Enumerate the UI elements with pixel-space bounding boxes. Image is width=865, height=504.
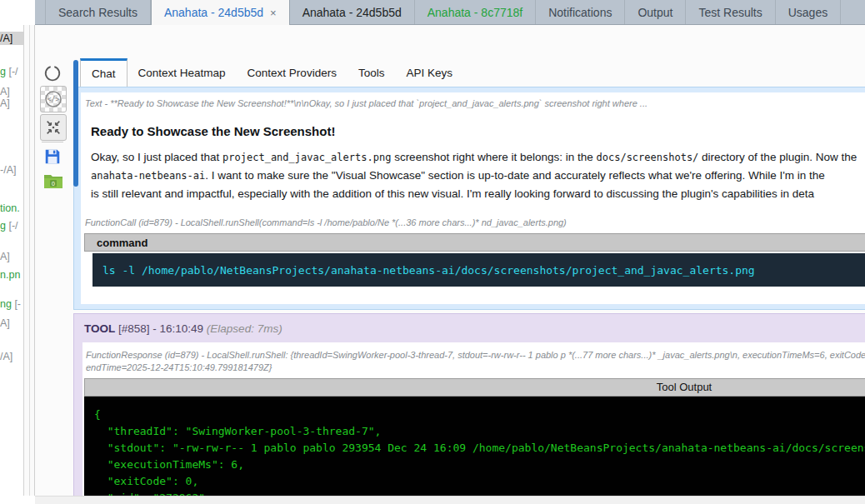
collapse-icon[interactable]: [40, 114, 67, 141]
close-icon[interactable]: ×: [270, 7, 277, 19]
chat-scrollbar-thumb[interactable]: [73, 60, 78, 187]
toolbar-divider: [42, 142, 63, 142]
command-table-header: command: [84, 233, 865, 252]
tool-message-title: TOOL [#858] - 16:10:49 (Elapsed: 7ms): [74, 314, 865, 335]
archive-badge: 0: [52, 181, 55, 187]
paragraph-line: anahata-netbeans-ai. I want to make sure…: [91, 167, 865, 185]
message-paragraph: Okay, so I just placed that project_and_…: [91, 148, 865, 203]
tab-anahata-24d5b5d-active[interactable]: Anahata - 24d5b5d ×: [151, 0, 290, 25]
text-segment: A]: [0, 251, 10, 262]
terminal-line: "executionTimeMs": 6,: [94, 457, 865, 473]
assistant-message-content: Text - **Ready to Showcase the New Scree…: [81, 92, 865, 304]
terminal-line: {: [94, 407, 865, 423]
text-segment: docs/screenshots/: [597, 152, 699, 163]
file-tree-item[interactable]: tion.: [0, 202, 23, 215]
tab-output[interactable]: Output: [625, 0, 686, 24]
refresh-icon[interactable]: [43, 64, 62, 86]
command-header-label: command: [97, 237, 148, 249]
terminal-line: "threadId": "SwingWorker-pool-3-thread-7…: [94, 423, 865, 440]
message-summary: Text - **Ready to Showcase the New Scree…: [85, 98, 865, 108]
chat-tab-row: Chat Context Heatmap Context Providers T…: [80, 58, 463, 87]
tab-context-heatmap[interactable]: Context Heatmap: [128, 58, 237, 87]
terminal-line: "exitCode": 0,: [94, 473, 865, 490]
text-segment: A]: [0, 86, 10, 97]
text-segment: directory of the plugin. Now the: [698, 151, 857, 163]
file-tree-item[interactable]: A]: [0, 317, 23, 330]
text-segment: Okay, so I just placed that: [91, 151, 222, 163]
file-tree-item[interactable]: /A]: [0, 350, 23, 363]
function-response-summary: endTime=2025-12-24T15:10:49.799181479Z}: [86, 362, 865, 374]
text-segment: g: [0, 220, 6, 232]
tool-label: TOOL: [84, 322, 115, 335]
tool-output-terminal[interactable]: { "threadId": "SwingWorker-pool-3-thread…: [84, 397, 865, 504]
text-segment: . I want to make sure the "Visual Showca…: [205, 169, 825, 182]
tab-tools[interactable]: Tools: [348, 58, 396, 87]
file-tree-item[interactable]: A]: [0, 250, 23, 263]
text-segment: tion.: [0, 202, 20, 214]
text-segment: g: [0, 66, 6, 77]
window-tab-bar: Search Results Anahata - 24d5b5d × Anaha…: [35, 0, 865, 25]
command-terminal[interactable]: ls -l /home/pablo/NetBeansProjects/anaha…: [92, 253, 865, 287]
text-segment: is still relevant and impactful, especia…: [91, 187, 814, 200]
text-segment: screenshot right where it belongs: in th…: [391, 151, 596, 163]
message-heading: Ready to Showcase the New Screenshot!: [91, 124, 865, 138]
text-segment: /A]: [0, 32, 12, 44]
text-segment: ng: [0, 298, 12, 310]
tab-search-results[interactable]: Search Results: [45, 0, 151, 24]
command-table: command ls -l /home/pablo/NetBeansProjec…: [84, 233, 865, 287]
tool-message-content: FunctionResponse (id=879) - LocalShell.r…: [82, 342, 865, 504]
file-tree-rail: /A] g [-/ A] A] -/A] tion. g [-/ A] n.pn…: [0, 25, 23, 496]
archive-icon[interactable]: 0: [43, 172, 63, 193]
function-call-summary: FunctionCall (id=879) - LocalShell.runSh…: [85, 217, 865, 227]
text-segment: -/A]: [0, 164, 16, 176]
tab-context-providers[interactable]: Context Providers: [237, 58, 348, 87]
function-response-summary: FunctionResponse (id=879) - LocalShell.r…: [86, 349, 865, 362]
tab-anahata-8c7718f[interactable]: Anahata - 8c7718f: [415, 0, 536, 24]
file-tree-item[interactable]: n.pn: [0, 268, 23, 282]
tab-label: Anahata - 24d5b5d: [164, 6, 263, 19]
text-segment: A]: [0, 317, 10, 329]
tab-notifications[interactable]: Notifications: [536, 0, 625, 24]
svg-text:</>: </>: [48, 96, 60, 103]
paragraph-line: Okay, so I just placed that project_and_…: [91, 148, 865, 167]
text-segment: [-/: [6, 220, 18, 232]
horizontal-scrollbar[interactable]: [35, 496, 865, 504]
tool-elapsed: (Elapsed: 7ms): [207, 322, 282, 335]
file-tree-scrollbar[interactable]: [23, 25, 35, 496]
file-tree-item[interactable]: g [-/: [0, 65, 23, 78]
terminal-line: "stdout": "-rw-rw-r-- 1 pablo pablo 2939…: [94, 440, 865, 457]
tool-output-header: Tool Output: [84, 378, 865, 397]
tab-usages[interactable]: Usages: [776, 0, 841, 24]
tool-output-table: Tool Output { "threadId": "SwingWorker-p…: [84, 378, 865, 504]
code-context-icon[interactable]: </>: [40, 86, 67, 112]
tool-message: TOOL [#858] - 16:10:49 (Elapsed: 7ms) Fu…: [73, 313, 865, 504]
app-window: /A] g [-/ A] A] -/A] tion. g [-/ A] n.pn…: [0, 0, 865, 504]
tab-anahata-24d5b5d[interactable]: Anahata - 24d5b5d: [290, 0, 415, 24]
file-tree-item[interactable]: /A]: [0, 32, 23, 45]
text-segment: n.pn: [0, 269, 20, 281]
file-tree-item[interactable]: A]: [0, 97, 23, 110]
tool-meta: [#858] - 16:10:49: [115, 322, 207, 335]
text-segment: A]: [0, 97, 10, 109]
text-segment: /A]: [0, 351, 12, 362]
tab-chat[interactable]: Chat: [80, 58, 128, 87]
tab-api-keys[interactable]: API Keys: [395, 58, 463, 87]
tab-test-results[interactable]: Test Results: [686, 0, 775, 24]
text-segment: anahata-netbeans-ai: [91, 170, 205, 182]
text-segment: project_and_javac_alerts.png: [222, 152, 391, 163]
file-tree-item[interactable]: -/A]: [0, 163, 23, 177]
assistant-message: Text - **Ready to Showcase the New Scree…: [73, 87, 865, 310]
text-segment: [-/: [6, 66, 18, 77]
save-icon[interactable]: [43, 147, 62, 169]
file-tree-item[interactable]: g [-/: [0, 219, 23, 232]
command-text: ls -l /home/pablo/NetBeansProjects/anaha…: [102, 264, 755, 277]
file-tree-item[interactable]: ng [-: [0, 297, 23, 311]
paragraph-line: is still relevant and impactful, especia…: [91, 185, 865, 203]
text-segment: [-: [12, 298, 21, 310]
